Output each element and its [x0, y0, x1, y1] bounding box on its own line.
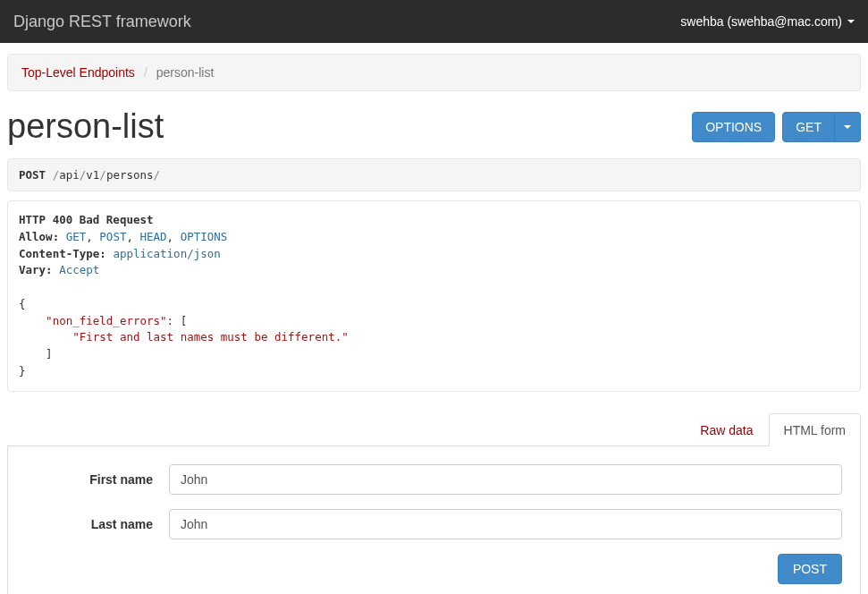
response-box: HTTP 400 Bad Request Allow: GET, POST, H… [7, 200, 861, 392]
breadcrumb: Top-Level Endpoints / person-list [7, 54, 861, 91]
request-method: POST [19, 168, 46, 182]
page-title: person-list [7, 107, 164, 146]
request-line: POST /api/v1/persons/ [7, 158, 861, 191]
tab-raw-data[interactable]: Raw data [685, 413, 768, 446]
navbar-user-label: swehba (swehba@mac.com) [680, 14, 842, 29]
chevron-down-icon [847, 20, 855, 23]
navbar-user-menu[interactable]: swehba (swehba@mac.com) [680, 14, 855, 29]
last-name-input[interactable] [169, 509, 842, 539]
chevron-down-icon [844, 125, 851, 129]
breadcrumb-current: person-list [156, 65, 215, 80]
breadcrumb-separator: / [144, 65, 147, 80]
navbar: Django REST framework swehba (swehba@mac… [0, 0, 868, 43]
navbar-brand[interactable]: Django REST framework [13, 13, 191, 31]
breadcrumb-root-link[interactable]: Top-Level Endpoints [21, 65, 135, 80]
form-panel: First name Last name POST [7, 446, 861, 595]
post-button[interactable]: POST [778, 554, 842, 584]
first-name-label: First name [26, 472, 169, 487]
get-dropdown-button[interactable] [835, 112, 861, 142]
get-button[interactable]: GET [782, 112, 835, 142]
tabs: Raw data HTML form [7, 413, 861, 446]
tab-html-form[interactable]: HTML form [769, 413, 861, 446]
options-button[interactable]: OPTIONS [692, 112, 775, 142]
last-name-label: Last name [26, 517, 169, 531]
response-status: HTTP 400 Bad Request [19, 213, 154, 226]
first-name-input[interactable] [169, 464, 842, 495]
